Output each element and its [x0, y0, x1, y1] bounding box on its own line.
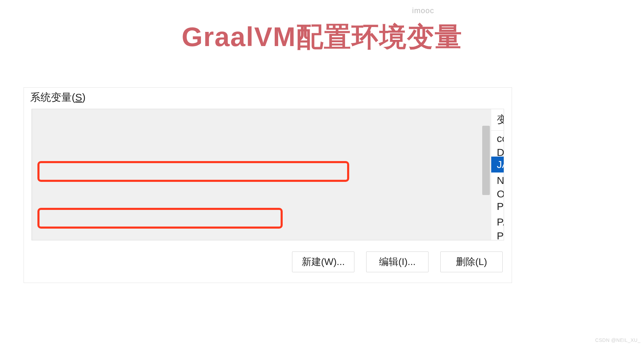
table-row[interactable]: OSWindows_NT: [491, 188, 504, 198]
cell-variable-name: PATHEXT: [491, 214, 504, 230]
table-row[interactable]: Path%JAVA_HOME%\bin;C:\Program Files (x8…: [491, 198, 504, 214]
table-header-row: 变量 值: [491, 109, 504, 131]
cell-variable-name: NUMBER_OF_PROCESSORS: [491, 172, 504, 188]
watermark-top: imooc: [412, 6, 434, 15]
variables-table-container: 变量 值 configsetrootC:\WINDOWS\ConfigSetRo…: [32, 109, 504, 240]
watermark-bottom: CSDN @NEIL_XU_: [595, 337, 641, 343]
column-header-name[interactable]: 变量: [491, 109, 504, 131]
section-label-hotkey: S: [75, 91, 82, 103]
system-variables-panel: 系统变量(S) 变量 值 configsetrootC:\WINDOWS\Con…: [24, 87, 512, 283]
edit-button[interactable]: 编辑(I)...: [366, 251, 429, 272]
table-row[interactable]: PATHEXT.COM;.EXE;.BAT;.CMD;.VBS;.VBE;.JS…: [491, 214, 504, 230]
page-title: GraalVM配置环境变量: [0, 19, 644, 55]
cell-variable-name: OS: [491, 188, 504, 198]
cell-variable-name: PROCESSOR_ARCHITECTURE: [491, 230, 504, 240]
cell-variable-name: configsetroot: [491, 131, 504, 147]
button-bar: 新建(W)... 编辑(I)... 删除(L): [24, 251, 503, 272]
cell-variable-name: Path: [491, 198, 504, 214]
table-row[interactable]: DriverDataC:\Windows\System32\Drivers\Dr…: [491, 147, 504, 157]
table-row[interactable]: PROCESSOR_ARCHITECTUREAMD64: [491, 230, 504, 240]
scrollbar-track[interactable]: [32, 109, 491, 240]
variables-table[interactable]: 变量 值 configsetrootC:\WINDOWS\ConfigSetRo…: [491, 109, 504, 240]
new-button[interactable]: 新建(W)...: [292, 251, 354, 272]
table-row[interactable]: configsetrootC:\WINDOWS\ConfigSetRoot: [491, 131, 504, 147]
table-row[interactable]: JAVA_HOMED:\tools\graalvm-ce-java17-22.3…: [491, 157, 504, 172]
cell-variable-name: DriverData: [491, 147, 504, 157]
table-row[interactable]: NUMBER_OF_PROCESSORS12: [491, 172, 504, 188]
delete-button[interactable]: 删除(L): [440, 251, 503, 272]
scrollbar-thumb[interactable]: [482, 126, 490, 195]
section-label: 系统变量(S): [24, 88, 512, 109]
cell-variable-name: JAVA_HOME: [491, 157, 504, 172]
section-label-suffix: ): [82, 91, 86, 103]
section-label-prefix: 系统变量(: [30, 91, 75, 103]
